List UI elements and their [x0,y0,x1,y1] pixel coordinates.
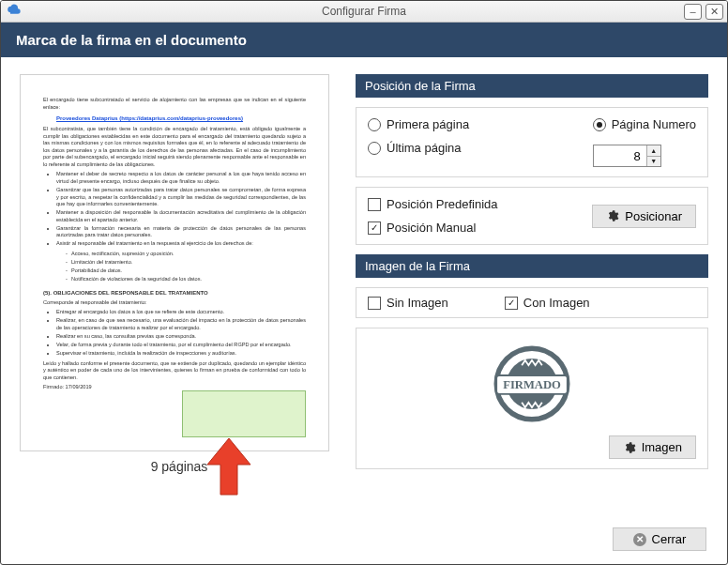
radio-icon [368,118,381,131]
preview-subbullet: Limitación del tratamiento. [66,259,306,267]
preview-bullet: Mantener a disposición del responsable l… [56,209,306,223]
preview-bullet: Garantizar que las personas autorizadas … [56,187,306,208]
gear-icon [606,209,619,222]
app-icon [7,4,22,19]
preview-subbullet: Acceso, rectificación, supresión y oposi… [66,251,306,258]
stepper-down[interactable]: ▼ [647,157,660,167]
choose-image-button[interactable]: Imagen [609,435,696,459]
check-with-image[interactable]: Con Imagen [505,296,590,310]
preview-text: El subcontratista, que también tiene la … [43,126,306,168]
titlebar: Configurar Firma – ✕ [1,1,727,23]
minimize-button[interactable]: – [684,4,702,20]
radio-first-page[interactable]: Primera página [368,117,578,131]
check-manual-position[interactable]: Posición Manual [368,221,498,235]
page-number-stepper[interactable]: ▲ ▼ [593,145,661,167]
radio-last-page[interactable]: Última página [368,141,578,155]
section-signature-position: Posición de la Firma [356,74,708,98]
preview-text: Leído y hallado conforme el presente doc… [43,360,306,382]
stepper-up[interactable]: ▲ [647,145,660,157]
button-label: Cerrar [652,532,687,546]
check-label: Posición Predefinida [387,197,498,211]
signature-placement-box[interactable] [182,390,306,437]
dialog-header: Marca de la firma en el documento [1,23,727,57]
check-label: Sin Imagen [387,296,448,310]
radio-label: Primera página [387,117,469,131]
close-window-button[interactable]: ✕ [705,4,723,20]
preview-bullet: Velar, de forma previa y durante todo el… [56,342,306,349]
preview-text: Corresponde al responsable del tratamien… [43,299,306,307]
radio-label: Página Numero [612,117,696,131]
close-icon: ✕ [633,533,646,546]
section-signature-image: Imagen de la Firma [356,254,708,278]
preview-subbullet: Notificación de violaciones de la seguri… [66,276,306,283]
preview-bullet: Entregar al encargado los datos a los qu… [56,309,306,316]
gear-icon [623,441,636,454]
window-title: Configurar Firma [1,5,727,18]
check-predefined-position[interactable]: Posición Predefinida [368,197,498,211]
button-label: Posicionar [625,209,682,223]
button-label: Imagen [642,440,682,454]
check-label: Posición Manual [387,221,476,235]
signature-image-panel: FIRMADO Imagen [356,328,708,469]
preview-bullet: Asistir al responsable del tratamiento e… [56,240,306,248]
preview-text: El encargado tiene subcontratado el serv… [43,97,306,111]
position-page-panel: Primera página Última página Página Nume… [356,107,708,177]
checkbox-icon [505,297,518,310]
preview-bullet: Supervisar el tratamiento, incluida la r… [56,350,306,358]
preview-bullet: Garantizar la formación necesaria en mat… [56,225,306,239]
preview-bullet: Realizar en su caso, las consultas previ… [56,333,306,341]
check-label: Con Imagen [523,296,590,310]
close-button[interactable]: ✕ Cerrar [613,527,706,551]
radio-icon [368,142,381,155]
check-no-image[interactable]: Sin Imagen [368,296,448,310]
position-mode-panel: Posición Predefinida Posición Manual Pos… [356,187,708,245]
radio-label: Última página [387,141,462,155]
document-preview[interactable]: El encargado tiene subcontratado el serv… [20,74,329,451]
preview-bullet: Realizar, en caso de que sea necesario, … [56,317,306,331]
radio-icon [593,118,606,131]
preview-bullet: Mantener el deber de secreto respecto a … [56,171,306,185]
preview-link: Proveedores Dataprius (https://dataprius… [56,115,306,122]
position-button[interactable]: Posicionar [592,205,696,228]
checkbox-icon [368,297,381,310]
image-toggle-panel: Sin Imagen Con Imagen [356,287,708,318]
radio-page-number[interactable]: Página Numero [593,117,696,131]
page-count-label: 9 páginas [20,459,339,474]
checkbox-icon [368,221,381,235]
svg-text:FIRMADO: FIRMADO [503,378,561,391]
signature-stamp-preview: FIRMADO [368,338,696,430]
page-number-input[interactable] [594,145,646,166]
checkbox-icon [368,198,381,211]
preview-subbullet: Portabilidad de datos. [66,267,306,275]
preview-heading: (5). OBLIGACIONES DEL RESPONSABLE DEL TR… [43,289,306,297]
